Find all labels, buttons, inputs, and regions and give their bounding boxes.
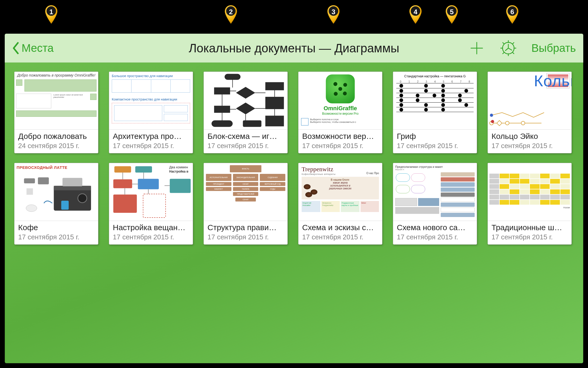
svg-rect-39 [61, 201, 69, 210]
document-title: Структура прави… [207, 223, 284, 232]
svg-text:Два коммен: Два коммен [169, 165, 188, 169]
document-title: Блок-схема — иг… [207, 132, 284, 141]
svg-rect-42 [38, 177, 49, 184]
nav-actions: Выбрать [468, 40, 576, 57]
svg-rect-22 [214, 106, 230, 113]
svg-line-16 [503, 52, 504, 54]
svg-line-18 [508, 48, 512, 50]
document-thumbnail: Кольц [488, 72, 571, 130]
document-title: Схема нового са… [397, 223, 473, 232]
document-date: 17 сентября 2015 г. [397, 142, 473, 150]
document-grid: Добро пожаловать в программу OmniGraffle… [5, 63, 583, 254]
document-thumbnail: ПРЕВОСХОДНЫЙ ЛАТТЕ [14, 163, 98, 221]
svg-line-14 [512, 52, 514, 54]
annotation-pin-6: 6 [506, 5, 519, 24]
navigation-bar: Места Локальные документы — Диаграммы [5, 34, 583, 63]
document-item[interactable]: Два коммен Настройка в Настройка в [109, 163, 193, 245]
chevron-left-icon [12, 42, 19, 54]
annotation-pin-4: 4 [409, 5, 422, 24]
svg-line-19 [505, 48, 508, 51]
svg-rect-28 [266, 97, 284, 109]
document-item[interactable]: ВЛАСТЬ ИСПОЛНИТЕЛЬНАЯПРЕЗИДЕНТКАБИНЕТ ЗА… [204, 163, 288, 245]
gear-icon [500, 40, 516, 56]
svg-rect-53 [170, 179, 191, 193]
svg-point-2 [329, 6, 338, 16]
svg-rect-52 [143, 194, 165, 217]
document-item[interactable]: OmniGraffle Возможности версии Pro Выбер… [298, 72, 382, 153]
svg-text:Настройка в: Настройка в [169, 170, 189, 173]
document-title: Архитектура про… [113, 132, 189, 141]
document-thumbnail: OmniGraffle Возможности версии Pro Выбер… [298, 72, 382, 130]
svg-point-5 [508, 6, 517, 16]
annotation-pin-2: 2 [224, 5, 237, 24]
svg-rect-49 [113, 179, 132, 188]
svg-rect-26 [243, 120, 261, 127]
annotation-pin-3: 3 [327, 5, 340, 24]
svg-line-13 [503, 42, 504, 44]
document-thumbnail: Стандартная настройка — пентатоника G 01… [393, 72, 477, 130]
document-item[interactable]: Большое пространство для навигации Компа… [109, 72, 193, 153]
document-item[interactable]: Кольц Кольцо [488, 72, 572, 153]
svg-rect-43 [27, 188, 33, 195]
document-date: 17 сентября 2015 г. [207, 142, 284, 150]
document-thumbnail: Добро пожаловать в программу OmniGraffle… [14, 72, 98, 130]
svg-rect-37 [54, 186, 91, 190]
document-title: Добро пожаловать [18, 132, 94, 141]
document-item[interactable]: Предполагаемая структура и макет Версия … [393, 163, 477, 245]
document-title: Схема и эскизы с… [302, 223, 378, 232]
svg-point-0 [47, 6, 56, 16]
document-item[interactable]: Стандартная настройка — пентатоника G 01… [393, 72, 477, 153]
svg-point-32 [505, 121, 509, 125]
document-title: Кольцо Эйко [491, 132, 568, 141]
svg-rect-29 [266, 116, 284, 126]
plus-icon [469, 41, 484, 56]
document-thumbnail: ВЛАСТЬ ИСПОЛНИТЕЛЬНАЯПРЕЗИДЕНТКАБИНЕТ ЗА… [204, 163, 287, 221]
svg-rect-38 [63, 178, 83, 186]
svg-line-15 [512, 42, 514, 44]
document-date: 17 сентября 2015 г. [18, 233, 94, 241]
document-date: 17 сентября 2015 г. [302, 233, 378, 241]
svg-point-44 [26, 205, 37, 211]
svg-rect-48 [135, 166, 152, 173]
svg-marker-25 [236, 103, 255, 114]
document-item[interactable]: ПРЕВОСХОДНЫЙ ЛАТТЕ Кофе 17 сентября 2015… [14, 163, 98, 245]
document-title: Кофе [18, 223, 94, 232]
back-label: Места [22, 42, 54, 54]
select-button[interactable]: Выбрать [531, 42, 576, 54]
svg-rect-31 [497, 120, 502, 126]
svg-point-4 [447, 6, 457, 16]
settings-button[interactable] [500, 40, 517, 57]
svg-rect-47 [114, 166, 131, 173]
document-title: Возможности вер… [302, 132, 378, 141]
svg-rect-27 [266, 82, 284, 90]
document-thumbnail: Большое пространство для навигации Компа… [109, 72, 193, 130]
svg-point-3 [411, 6, 420, 16]
add-button[interactable] [468, 40, 485, 57]
document-date: 17 сентября 2015 г. [302, 142, 378, 150]
document-date: 17 сентября 2015 г. [113, 142, 189, 150]
svg-point-40 [78, 194, 87, 203]
document-item[interactable]: Блок-схема — иг… 17 сентября 2015 г. [204, 72, 288, 153]
document-item[interactable]: Добро пожаловать в программу OmniGraffle… [14, 72, 98, 153]
document-thumbnail: Носки [488, 163, 571, 221]
svg-rect-51 [113, 194, 137, 213]
document-date: 17 сентября 2015 г. [397, 233, 473, 241]
document-item[interactable]: Treppenwitz Кофеобжарочные аппараты О на… [298, 163, 382, 245]
document-date: 17 сентября 2015 г. [491, 233, 568, 241]
back-button[interactable]: Места [12, 42, 54, 54]
annotation-pin-5: 5 [445, 5, 458, 24]
document-title: Настройка вещан… [113, 223, 189, 232]
svg-rect-23 [212, 120, 233, 127]
svg-rect-21 [214, 88, 230, 94]
document-item[interactable]: Носки Традиционные ш… 17 сентября 2015 г… [488, 163, 572, 245]
document-thumbnail: Предполагаемая структура и макет Версия … [393, 163, 477, 221]
document-title: Гриф [397, 132, 473, 141]
annotation-pin-1: 1 [45, 5, 58, 24]
document-thumbnail: Treppenwitz Кофеобжарочные аппараты О на… [298, 163, 382, 221]
svg-rect-20 [225, 74, 241, 80]
svg-point-1 [226, 6, 236, 16]
svg-rect-41 [24, 178, 35, 183]
svg-rect-50 [138, 179, 159, 189]
document-thumbnail: Два коммен Настройка в [109, 163, 193, 221]
svg-point-34 [490, 114, 493, 117]
